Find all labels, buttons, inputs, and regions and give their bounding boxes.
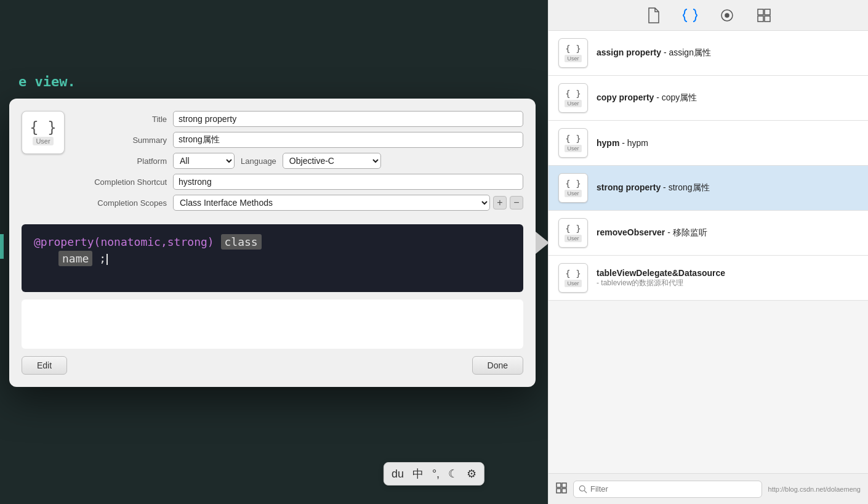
code-semicolon: ; (92, 252, 106, 265)
scopes-container: Class Interface Methods Top Level Functi… (173, 195, 523, 211)
code-line-2: name ; (34, 252, 511, 265)
code-property-keyword: property (41, 235, 94, 248)
code-comma: , (161, 235, 167, 248)
item-text: assign property - assign属性 (597, 47, 858, 59)
done-button[interactable]: Done (472, 356, 523, 375)
description-area[interactable] (22, 299, 523, 349)
modal-fields: Title Summary Platform All iOS macOS (74, 111, 523, 216)
snippet-modal: { } User Title Summary Platform (9, 99, 536, 387)
file-icon[interactable] (644, 6, 662, 25)
list-item[interactable]: { } User strong property - strong属性 (549, 166, 868, 211)
summary-label: Summary (74, 136, 173, 145)
svg-rect-3 (765, 9, 770, 15)
item-icon: { } User (558, 128, 588, 158)
grid-icon-toolbar[interactable] (755, 6, 773, 25)
svg-rect-7 (562, 483, 566, 487)
item-text: removeObserver - 移除监听 (597, 227, 858, 238)
item-icon: { } User (558, 173, 588, 203)
ime-du-button[interactable]: du (392, 468, 404, 481)
platform-language-row: Platform All iOS macOS Language Objectiv… (74, 153, 523, 169)
language-label: Language (241, 156, 276, 166)
code-strong: strong (167, 235, 207, 248)
language-select[interactable]: Objective-C Swift Any (283, 153, 381, 169)
modal-arrow (536, 232, 548, 254)
code-space (214, 235, 221, 248)
scopes-label: Completion Scopes (74, 198, 173, 208)
svg-rect-5 (765, 16, 770, 22)
right-toolbar (549, 0, 868, 31)
item-text: strong property - strong属性 (597, 182, 858, 193)
item-text: copy property - copy属性 (597, 92, 858, 104)
scopes-select[interactable]: Class Interface Methods Top Level Functi… (173, 195, 490, 211)
grid-view-icon[interactable] (556, 482, 567, 496)
code-line-1: @property(nonatomic,strong) class (34, 234, 511, 250)
code-name-placeholder: name (58, 251, 92, 266)
list-item[interactable]: { } User assign property - assign属性 (549, 31, 868, 76)
code-at-sign: @ (34, 235, 41, 248)
modal-header: { } User Title Summary Platform (22, 111, 523, 216)
list-item[interactable]: { } User tableViewDelegate&Datasource - … (549, 256, 868, 301)
title-row: Title (74, 111, 523, 127)
ime-settings-button[interactable]: ⚙ (467, 467, 476, 481)
modal-footer: Edit Done (22, 356, 523, 375)
shortcut-input[interactable] (173, 174, 523, 190)
platform-select[interactable]: All iOS macOS (173, 153, 235, 169)
scopes-row: Completion Scopes Class Interface Method… (74, 195, 523, 211)
item-icon: { } User (558, 83, 588, 113)
summary-input[interactable] (173, 132, 523, 148)
svg-point-1 (725, 14, 729, 17)
title-label: Title (74, 115, 173, 124)
code-text: e view. (18, 74, 529, 89)
summary-row: Summary (74, 132, 523, 148)
item-text: hypm - hypm (597, 138, 858, 148)
item-icon: { } User (558, 38, 588, 68)
item-icon: { } User (558, 263, 588, 293)
svg-rect-8 (557, 489, 561, 493)
list-item[interactable]: { } User hypm - hypm (549, 121, 868, 166)
filter-input[interactable] (590, 484, 757, 494)
ime-toolbar: du 中 °, ☾ ⚙ (384, 462, 484, 486)
bottom-bar: http://blog.csdn.net/dolaemeng (549, 473, 868, 504)
braces-icon[interactable] (681, 6, 699, 25)
list-item[interactable]: { } User copy property - copy属性 (549, 76, 868, 121)
snippet-icon: { } User (22, 111, 65, 154)
code-class-placeholder: class (221, 234, 262, 250)
shortcut-row: Completion Shortcut (74, 174, 523, 190)
svg-rect-2 (758, 9, 763, 15)
platform-label: Platform (74, 156, 173, 166)
filter-input-wrap (573, 481, 762, 498)
add-scope-button[interactable]: + (493, 196, 507, 209)
snippet-list: { } User assign property - assign属性 { } … (549, 31, 868, 473)
code-cursor (106, 254, 108, 265)
title-input[interactable] (173, 111, 523, 127)
svg-rect-4 (758, 16, 763, 22)
remove-scope-button[interactable]: − (510, 196, 523, 209)
item-icon: { } User (558, 218, 588, 248)
item-text: tableViewDelegate&Datasource - tableview… (597, 268, 858, 288)
url-bar: http://blog.csdn.net/dolaemeng (768, 486, 861, 493)
shortcut-label: Completion Shortcut (74, 177, 173, 187)
svg-point-10 (579, 486, 585, 491)
code-editor[interactable]: @property(nonatomic,strong) class name ; (22, 224, 523, 292)
code-open-paren: ( (94, 235, 101, 248)
ime-chinese-button[interactable]: 中 (412, 466, 424, 481)
list-item[interactable]: { } User removeObserver - 移除监听 (549, 211, 868, 256)
edit-button[interactable]: Edit (22, 356, 67, 375)
sidebar-marker (0, 234, 4, 259)
circle-icon[interactable] (718, 6, 736, 25)
icon-braces: { } (30, 120, 56, 135)
ime-punctuation-button[interactable]: °, (432, 468, 440, 481)
svg-rect-9 (562, 489, 566, 493)
icon-user: User (33, 137, 53, 145)
left-code-panel: e view. { } User Title Summary (0, 0, 548, 504)
code-close-paren: ) (207, 235, 214, 248)
svg-line-11 (584, 490, 587, 493)
right-panel: { } User assign property - assign属性 { } … (548, 0, 868, 504)
ime-moon-button[interactable]: ☾ (448, 467, 458, 481)
code-nonatomic: nonatomic (100, 235, 161, 248)
filter-search-icon (579, 485, 587, 494)
svg-rect-6 (557, 483, 561, 487)
